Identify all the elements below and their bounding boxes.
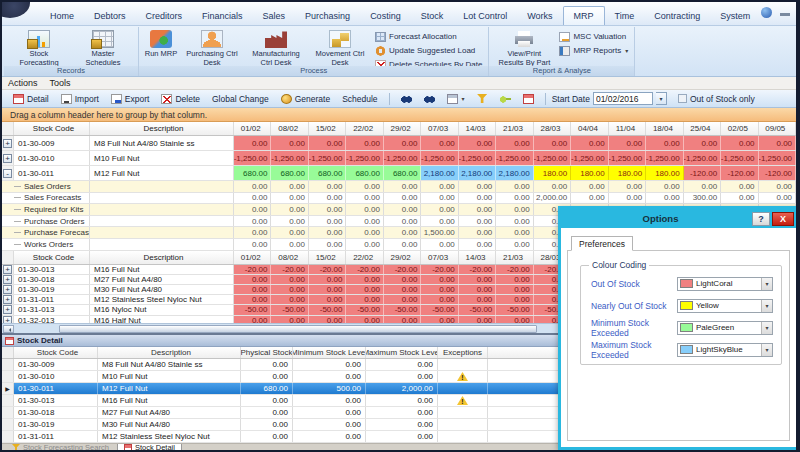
column-header-date[interactable]: 15/02 [309,122,346,135]
sd-column-header-stock-code[interactable]: Stock Code [14,347,98,358]
tab-contracting[interactable]: Contracting [644,7,710,25]
expand-icon[interactable]: + [3,139,12,148]
tab-stock[interactable]: Stock [411,7,454,25]
column-header-description[interactable]: Description [90,122,234,135]
global-change-button[interactable]: Global Change [207,93,274,105]
column-header-date[interactable]: 08/02 [271,251,308,264]
forecast-allocation-button[interactable]: Forecast Allocation [372,30,485,43]
group-by-bar[interactable]: Drag a column header here to group by th… [2,108,796,122]
detail-button[interactable]: Detail [8,93,54,105]
column-header-date[interactable]: 04/04 [571,122,608,135]
column-header-date[interactable]: 21/03 [496,251,533,264]
colour-combobox[interactable]: LightSkyBlue▾ [677,343,773,357]
start-date-input[interactable] [593,92,653,105]
forecast-subrow[interactable]: Sales Forecasts0.000.000.000.000.000.000… [2,193,796,205]
chevron-down-icon[interactable]: ▾ [761,300,772,312]
menu-tools[interactable]: Tools [50,78,71,88]
column-header-description[interactable]: Description [90,251,234,264]
column-header-date[interactable]: 11/04 [609,122,646,135]
update-suggested-load-button[interactable]: Update Suggested Load [372,44,485,57]
dialog-help-button[interactable]: ? [752,212,770,226]
tab-system[interactable]: System [710,7,760,25]
sd-column-header-exceptions[interactable]: Exceptions [438,347,488,358]
tab-purchasing[interactable]: Purchasing [295,7,360,25]
mrp-reports-button[interactable]: MRP Reports▾ [556,44,631,57]
expand-icon[interactable]: + [3,154,12,163]
column-header-date[interactable]: 08/02 [271,122,308,135]
expand-icon[interactable]: + [3,305,12,314]
tab-mrp[interactable]: MRP [563,6,605,25]
app-menu-orb-icon[interactable] [0,0,30,18]
detail-window-button[interactable] [518,93,539,105]
view-print-results-by-part-button[interactable]: View/Print Results By Part [492,28,556,68]
column-header-date[interactable]: 21/03 [496,122,533,135]
out-of-stock-checkbox[interactable] [678,94,687,103]
expand-icon[interactable]: + [3,285,12,294]
column-header-date[interactable]: 18/04 [646,122,683,135]
column-header-date[interactable]: 07/03 [421,122,458,135]
column-header-date[interactable]: 22/02 [346,251,383,264]
purchasing-ctrl-desk-button[interactable]: Purchasing Ctrl Desk [180,28,244,68]
column-header-stock-code[interactable]: Stock Code [14,251,90,264]
tab-sales[interactable]: Sales [253,7,296,25]
column-header-date[interactable]: 02/05 [721,122,758,135]
forecast-row[interactable]: +01-30-010M10 Full Nut-1,250.00-1,250.00… [2,151,796,166]
expand-icon[interactable]: - [3,169,12,178]
column-header-date[interactable]: 15/02 [309,251,346,264]
tab-lot-control[interactable]: Lot Control [453,7,517,25]
bottom-tab-stock-forecasting-search[interactable]: Stock Forecasting Search [6,444,115,451]
forecast-row[interactable]: -01-30-011M12 Full Nut680.00680.00680.00… [2,166,796,181]
column-header-date[interactable]: 29/02 [384,122,421,135]
chevron-down-icon[interactable]: ▾ [761,322,772,334]
generate-button[interactable]: Generate [276,93,335,105]
scrollbar-thumb[interactable] [59,325,537,333]
run-mrp-button[interactable]: Run MRP [142,28,180,60]
import-button[interactable]: Import [56,93,104,105]
sd-column-header-maximum-stock-level[interactable]: Maximum Stock Level [366,347,438,358]
bottom-tab-stock-detail[interactable]: Stock Detail [117,444,182,451]
column-header-stock-code[interactable]: Stock Code [14,122,90,135]
manufacturing-ctrl-desk-button[interactable]: Manufacturing Ctrl Desk [244,28,308,68]
export-button[interactable]: Export [106,93,155,105]
expand-icon[interactable]: + [3,265,12,274]
tab-works[interactable]: Works [517,7,562,25]
tab-time[interactable]: Time [605,7,645,25]
filter-button[interactable] [472,93,493,105]
help-sphere-icon[interactable] [761,7,772,18]
sd-column-header-minimum-stock-level[interactable]: Minimum Stock Level [293,347,366,358]
delete-button[interactable]: Delete [156,93,205,105]
column-header-date[interactable]: 01/02 [234,251,271,264]
expand-icon[interactable]: + [3,295,12,304]
column-header-date[interactable]: 14/03 [459,251,496,264]
dialog-close-button[interactable]: X [772,212,794,226]
sd-column-header-physical-stock[interactable]: Physical Stock [241,347,293,358]
tab-debtors[interactable]: Debtors [84,7,136,25]
tab-creditors[interactable]: Creditors [136,7,193,25]
options-dialog-titlebar[interactable]: Options ? X [561,209,796,228]
column-header-date[interactable]: 28/03 [534,122,571,135]
master-schedules-button[interactable]: Master Schedules [71,28,135,68]
tab-costing[interactable]: Costing [360,7,411,25]
schedule-button[interactable]: Schedule [337,93,382,105]
forecast-row[interactable]: +01-30-009M8 Full Nut A4/80 Stainle ss0.… [2,136,796,151]
menu-actions[interactable]: Actions [8,78,38,88]
chevron-down-icon[interactable]: ▾ [761,344,772,356]
colour-combobox[interactable]: PaleGreen▾ [677,321,773,335]
column-header-date[interactable]: 07/03 [421,251,458,264]
column-header-date[interactable]: 29/02 [384,251,421,264]
column-header-date[interactable]: 25/04 [684,122,721,135]
column-header-date[interactable]: 09/05 [759,122,796,135]
colour-combobox[interactable]: LightCoral▾ [677,277,773,291]
column-header-date[interactable]: 01/02 [234,122,271,135]
msc-valuation-button[interactable]: MSC Valuation [556,30,631,43]
key-button[interactable] [495,93,516,105]
expand-icon[interactable]: + [3,275,12,284]
column-header-date[interactable]: 22/02 [346,122,383,135]
tab-preferences[interactable]: Preferences [571,236,633,251]
sd-column-header-description[interactable]: Description [98,347,241,358]
stock-forecasting-button[interactable]: Stock Forecasting [7,28,71,68]
window-dropdown-button[interactable]: ▾ [442,93,470,105]
binoculars-button[interactable] [396,93,417,105]
scroll-left-icon[interactable] [3,325,14,333]
forecast-subrow[interactable]: Sales Orders0.000.000.000.000.000.000.00… [2,181,796,193]
